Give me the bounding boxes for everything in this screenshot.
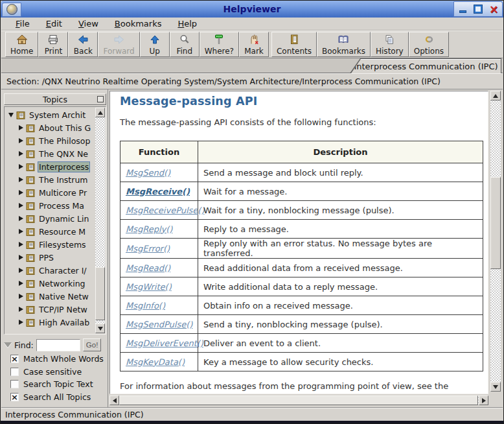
tree-item-label[interactable]: Dynamic Lin	[38, 213, 90, 224]
tree-item[interactable]: Native Netw	[5, 290, 95, 303]
panel-collapse-button[interactable]	[97, 96, 104, 102]
tree-scrollbar[interactable]	[95, 108, 105, 333]
tree-item[interactable]: Resource M	[5, 225, 95, 238]
tree-item[interactable]: Character I/	[5, 264, 95, 277]
tree-item-label[interactable]: TCP/IP Netw	[38, 304, 89, 315]
scroll-down-button[interactable]	[490, 382, 501, 392]
function-link[interactable]: MsgReceive()	[126, 187, 190, 196]
tree-scrollbar-thumb[interactable]	[95, 267, 105, 320]
tree-item[interactable]: Dynamic Lin	[5, 212, 95, 225]
menu-view[interactable]: View	[78, 19, 98, 29]
menu-bookmarks[interactable]: Bookmarks	[115, 19, 162, 29]
tree-item-label[interactable]: PPS	[38, 252, 55, 263]
minimize-button[interactable]	[456, 3, 469, 15]
find-button[interactable]: Find	[170, 32, 200, 57]
tree-item-label[interactable]: The Philosop	[38, 135, 91, 147]
function-link[interactable]: MsgDeliverEvent()	[126, 338, 203, 348]
tree-item-label[interactable]: Filesystems	[38, 239, 87, 250]
expand-arrow-icon[interactable]	[19, 164, 23, 169]
tree-item-label[interactable]: Process Ma	[38, 200, 86, 211]
tree-item-label[interactable]: Networking	[38, 278, 87, 289]
where-button[interactable]: Where?	[200, 32, 239, 57]
tree-item[interactable]: High Availab	[5, 316, 95, 329]
find-input[interactable]	[36, 339, 80, 351]
function-link[interactable]: MsgRead()	[126, 263, 170, 273]
go-button[interactable]: Go!	[83, 338, 102, 351]
tree-item[interactable]: Interprocess	[5, 160, 95, 173]
tree-item[interactable]: The Philosop	[5, 134, 95, 147]
message-passing-link[interactable]: Message Passing	[120, 392, 191, 394]
tree-item-label[interactable]: Multicore Pr	[38, 187, 88, 198]
tree-scroll-up-button[interactable]	[95, 108, 105, 117]
find-collapse-toggle[interactable]	[4, 342, 12, 347]
bookmarks-button[interactable]: Bookmarks	[317, 32, 371, 57]
checkbox-unchecked[interactable]	[10, 380, 19, 388]
title-bar[interactable]: Helpviewer ×	[1, 1, 503, 18]
tree-item-label[interactable]: About This G	[38, 123, 92, 134]
tree-item[interactable]: PPS	[5, 251, 95, 264]
maximize-button[interactable]	[472, 3, 485, 15]
options-button[interactable]: Options	[409, 32, 449, 57]
scroll-left-button[interactable]	[109, 395, 119, 405]
tab-ipc[interactable]: Interprocess Communication (IPC)	[350, 58, 501, 73]
tree-item[interactable]: The Instrum	[5, 173, 95, 186]
expand-arrow-icon[interactable]	[19, 307, 23, 312]
v-scrollbar-thumb[interactable]	[490, 177, 501, 269]
expand-arrow-icon[interactable]	[19, 268, 23, 273]
tree-item[interactable]: About This G	[5, 121, 95, 134]
expand-arrow-icon[interactable]	[19, 151, 23, 156]
expand-arrow-icon[interactable]	[19, 229, 23, 234]
contents-button[interactable]: Contents	[271, 32, 317, 57]
expand-arrow-icon[interactable]	[19, 320, 23, 325]
function-link[interactable]: MsgReceivePulse()	[126, 206, 205, 215]
tree-item-label[interactable]: Character I/	[38, 265, 88, 276]
tree-item-label[interactable]: System Archit	[28, 110, 87, 121]
function-link[interactable]: MsgError()	[126, 244, 170, 253]
function-link[interactable]: MsgWrite()	[126, 282, 172, 292]
function-link[interactable]: MsgInfo()	[126, 301, 165, 311]
back-button[interactable]: Back	[68, 32, 98, 57]
checkbox-checked[interactable]: ×	[10, 393, 19, 401]
expand-arrow-icon[interactable]	[19, 242, 23, 247]
menu-help[interactable]: Help	[178, 19, 197, 29]
menu-edit[interactable]: Edit	[46, 19, 62, 29]
up-button[interactable]: Up	[140, 32, 170, 57]
expand-arrow-icon[interactable]	[19, 294, 23, 299]
menu-file[interactable]: File	[16, 19, 30, 29]
close-button[interactable]: ×	[487, 3, 500, 15]
tree-item[interactable]: TCP/IP Netw	[5, 303, 95, 316]
history-button[interactable]: History	[371, 32, 409, 57]
content-vertical-scrollbar[interactable]	[490, 91, 501, 392]
expand-arrow-icon[interactable]	[19, 125, 23, 130]
tree-item-label[interactable]: The Instrum	[38, 174, 89, 185]
tree-item-label[interactable]: Native Netw	[38, 291, 90, 302]
tree-scroll-down-button[interactable]	[95, 324, 105, 333]
tree-item[interactable]: Filesystems	[5, 238, 95, 251]
tree-item[interactable]: Process Ma	[5, 199, 95, 212]
tree-item[interactable]: Networking	[5, 277, 95, 290]
function-link[interactable]: MsgSend()	[126, 168, 170, 178]
print-button[interactable]: Print	[38, 32, 68, 57]
expand-arrow-icon[interactable]	[19, 203, 23, 208]
tree-item-label-selected[interactable]: Interprocess	[38, 161, 90, 172]
tree-item-label[interactable]: Resource M	[38, 226, 87, 237]
tree-item-label[interactable]: The QNX Ne	[38, 148, 89, 159]
expand-arrow-icon[interactable]	[19, 255, 23, 260]
mark-button[interactable]: Mark	[239, 32, 269, 57]
h-scrollbar-thumb[interactable]	[119, 395, 478, 405]
function-link[interactable]: MsgKeyData()	[126, 357, 185, 367]
checkbox-unchecked[interactable]	[10, 368, 19, 376]
expand-arrow-icon[interactable]	[19, 177, 23, 182]
scroll-right-button[interactable]	[479, 395, 488, 405]
expand-arrow-icon[interactable]	[19, 216, 23, 221]
tree-item[interactable]: The QNX Ne	[5, 147, 95, 160]
collapse-arrow-icon[interactable]	[8, 113, 14, 117]
tree-item[interactable]: System Archit	[5, 108, 95, 121]
expand-arrow-icon[interactable]	[19, 138, 23, 143]
tree-item-label[interactable]: High Availab	[38, 317, 91, 328]
tree-item[interactable]: Multicore Pr	[5, 186, 95, 199]
home-button[interactable]: Home	[5, 32, 38, 57]
function-link[interactable]: MsgReply()	[126, 224, 172, 234]
checkbox-checked[interactable]: ×	[10, 355, 19, 363]
function-link[interactable]: MsgSendPulse()	[126, 320, 192, 329]
